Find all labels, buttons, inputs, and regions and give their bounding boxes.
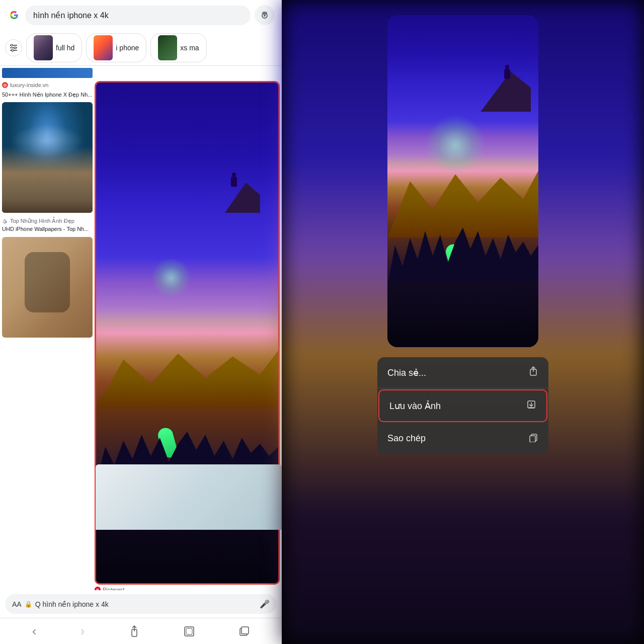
result-source-2: Top Những Hình Ảnh Đẹp bbox=[2, 217, 93, 225]
copy-menu-icon bbox=[528, 432, 538, 445]
share-menu-icon bbox=[528, 366, 538, 379]
source-dot-2 bbox=[2, 218, 8, 224]
result-source-1: G luxury-inside.vn bbox=[2, 81, 93, 89]
forward-button[interactable]: › bbox=[80, 623, 85, 639]
svg-point-3 bbox=[264, 15, 266, 17]
save-image-menu-item[interactable]: Lưu vào Ảnh bbox=[378, 389, 547, 422]
result-title-1: 50+++ Hình Nền Iphone X Đẹp Nh... bbox=[2, 91, 93, 98]
chip-thumb-iphone bbox=[94, 35, 113, 60]
svg-point-8 bbox=[14, 47, 16, 49]
tabs-button[interactable] bbox=[238, 626, 250, 637]
right-mountains bbox=[387, 167, 538, 237]
back-button[interactable]: ‹ bbox=[32, 623, 37, 639]
address-bar[interactable]: AA 🔒 Q hình nền iphone x 4k 🎤 bbox=[5, 594, 277, 614]
svg-rect-20 bbox=[530, 436, 535, 442]
moon-glow bbox=[151, 258, 191, 298]
bookmarks-button[interactable] bbox=[184, 626, 195, 637]
right-panel: Chia sẻ... Lưu vào Ảnh Sao bbox=[282, 0, 644, 644]
svg-rect-13 bbox=[186, 628, 192, 634]
chip-full-hd[interactable]: full hd bbox=[26, 33, 82, 62]
image-grid: G luxury-inside.vn 50+++ Hình Nền Iphone… bbox=[0, 79, 282, 590]
share-menu-item[interactable]: Chia sẻ... bbox=[377, 357, 548, 388]
copy-menu-item[interactable]: Sao chép bbox=[377, 423, 548, 454]
result-title-2: UHD iPhone Wallpapers - Top Nh... bbox=[2, 225, 93, 232]
pinterest-source: P Pinterest bbox=[95, 587, 280, 590]
right-column: P Pinterest Pin on Hình nền bbox=[95, 81, 280, 590]
left-panel: hình nền iphone x 4k full hd bbox=[0, 0, 282, 644]
filter-row: full hd i phone xs ma bbox=[0, 30, 282, 66]
chip-thumb-full-hd bbox=[34, 35, 53, 60]
lock-icon: 🔒 bbox=[25, 601, 32, 608]
aa-text[interactable]: AA bbox=[12, 600, 22, 608]
source-dot-1: G bbox=[2, 82, 8, 88]
right-bottom-dark bbox=[387, 281, 538, 347]
chip-thumb-xs bbox=[158, 35, 177, 60]
bottom-nav: ‹ › bbox=[0, 618, 282, 644]
partial-bottom-image[interactable] bbox=[96, 464, 282, 530]
filter-icon[interactable] bbox=[5, 39, 22, 56]
save-menu-icon bbox=[526, 399, 536, 412]
hiker bbox=[229, 173, 238, 193]
aerial-image[interactable] bbox=[2, 102, 93, 213]
left-column: G luxury-inside.vn 50+++ Hình Nền Iphone… bbox=[2, 81, 93, 590]
content-area: G luxury-inside.vn 50+++ Hình Nền Iphone… bbox=[0, 66, 282, 590]
search-input[interactable]: hình nền iphone x 4k bbox=[25, 6, 251, 25]
url-text[interactable]: Q hình nền iphone x 4k bbox=[35, 600, 257, 608]
context-menu: Chia sẻ... Lưu vào Ảnh Sao bbox=[377, 357, 548, 454]
mic-icon[interactable]: 🎤 bbox=[260, 599, 270, 609]
mountains bbox=[96, 348, 278, 408]
google-logo-icon bbox=[7, 8, 21, 22]
share-button[interactable] bbox=[129, 625, 140, 637]
pinterest-icon: P bbox=[95, 587, 101, 590]
chip-iphone[interactable]: i phone bbox=[86, 33, 146, 62]
camera-search-icon[interactable] bbox=[255, 5, 275, 25]
right-moon-glow bbox=[425, 115, 486, 175]
svg-point-7 bbox=[11, 44, 13, 46]
svg-rect-15 bbox=[242, 627, 249, 634]
source-group-2: Top Những Hình Ảnh Đẹp UHD iPhone Wallpa… bbox=[2, 217, 93, 234]
right-hiker bbox=[502, 65, 511, 85]
phone-case-image[interactable] bbox=[2, 237, 93, 338]
right-wallpaper-preview[interactable] bbox=[387, 15, 538, 347]
chip-xs[interactable]: xs ma bbox=[150, 33, 206, 62]
search-bar: hình nền iphone x 4k bbox=[0, 0, 282, 30]
svg-point-9 bbox=[12, 49, 14, 51]
partial-top-bar bbox=[2, 68, 93, 78]
